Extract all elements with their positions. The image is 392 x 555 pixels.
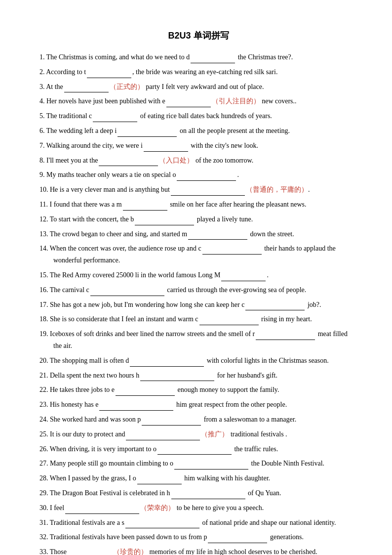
question-item: 5. The traditional c of eating rice ball…: [39, 110, 357, 122]
question-text-before: Della spent the next two hours h: [50, 372, 139, 379]
question-number: 2.: [39, 68, 45, 76]
question-item: 24. She worked hard and was soon p from …: [39, 414, 357, 426]
question-text-after: .: [267, 271, 269, 279]
answer-blank[interactable]: [137, 477, 182, 484]
hint-text: （入口处）: [159, 156, 194, 164]
hint-text: （荣幸的）: [140, 504, 175, 512]
question-text-before: Walking around the city, we were i: [46, 142, 143, 149]
question-number: 29.: [39, 489, 48, 497]
question-item: 33. Those（珍贵的） memories of my life in hi…: [39, 546, 357, 555]
question-text-after: new covers..: [260, 97, 297, 105]
question-item: 1. The Christmas is coming, and what do …: [39, 51, 357, 63]
question-text-after: from a saleswoman to a manager.: [202, 416, 296, 423]
question-text-after: him great respect from the other people.: [174, 401, 287, 408]
question-text-before: She worked hard and was soon p: [50, 416, 141, 423]
question-number: 18.: [39, 315, 48, 323]
hint-text: （引人注目的）: [212, 97, 260, 105]
question-text-before: The wedding left a deep i: [46, 127, 117, 134]
question-text-after: him walking with his daughter.: [183, 474, 270, 482]
answer-blank[interactable]: [142, 419, 201, 426]
question-item: 7. Walking around the city, we were i wi…: [39, 140, 357, 152]
answer-blank[interactable]: [125, 521, 199, 528]
question-text-after: job?.: [306, 301, 321, 308]
question-item: 9. My maths teacher only wears a tie on …: [39, 169, 357, 181]
answer-blank[interactable]: [199, 318, 259, 325]
answer-blank[interactable]: [64, 85, 109, 92]
question-list: 1. The Christmas is coming, and what do …: [39, 51, 357, 555]
answer-blank[interactable]: [245, 303, 305, 310]
answer-blank[interactable]: [68, 551, 112, 555]
answer-blank[interactable]: [118, 130, 177, 137]
question-number: 24.: [39, 416, 48, 423]
answer-blank[interactable]: [191, 56, 235, 63]
question-text-after: to be here to give you a speech.: [175, 504, 264, 512]
question-text-before: Her novels have just been published with…: [46, 97, 165, 105]
answer-blank[interactable]: [188, 233, 247, 240]
answer-blank[interactable]: [93, 115, 137, 122]
question-text-after: of Qu Yuan.: [246, 489, 281, 497]
question-text-before: Those: [50, 548, 67, 555]
question-number: 16.: [39, 286, 48, 294]
hint-text: （推广）: [201, 430, 229, 438]
question-item: 8. I'll meet you at the（入口处） of the zoo …: [39, 155, 357, 167]
question-number: 31.: [39, 519, 48, 526]
question-text-before: To start with the concert, the b: [50, 215, 134, 223]
answer-blank[interactable]: [166, 100, 211, 107]
question-item: 2. According to t, the bride was wearing…: [39, 66, 357, 78]
question-text-before: The crowd began to cheer and sing, and s…: [50, 230, 187, 238]
question-text-before: When the concert was over, the audience …: [50, 245, 201, 252]
question-text-before: Traditional festivals are a s: [50, 519, 124, 526]
answer-blank[interactable]: [126, 433, 200, 440]
question-text-after: , the bride was wearing an eye-catching …: [132, 68, 277, 76]
question-text-after: .: [237, 171, 239, 178]
question-number: 1.: [39, 53, 45, 61]
answer-blank[interactable]: [135, 218, 194, 225]
question-number: 19.: [39, 330, 48, 338]
answer-blank[interactable]: [140, 374, 214, 381]
answer-blank[interactable]: [99, 404, 173, 411]
question-text-after: .: [308, 186, 310, 193]
answer-blank[interactable]: [65, 507, 139, 514]
question-item: 12. To start with the concert, the b pla…: [39, 213, 357, 225]
question-text-after: party I felt very awkward and out of pla…: [144, 83, 264, 90]
question-text-before: My maths teacher only wears a tie on spe…: [46, 171, 176, 178]
answer-blank[interactable]: [157, 448, 232, 455]
question-text-before: Traditional festivals have been passed d…: [50, 533, 207, 541]
answer-blank[interactable]: [171, 189, 245, 196]
question-number: 17.: [39, 301, 48, 308]
question-number: 32.: [39, 533, 48, 541]
answer-blank[interactable]: [144, 145, 188, 152]
answer-blank[interactable]: [130, 360, 204, 367]
question-item: 25. It is our duty to protect and（推广） tr…: [39, 428, 357, 440]
question-item: 23. His honesty has e him great respect …: [39, 399, 357, 411]
answer-blank[interactable]: [174, 463, 248, 470]
question-text-after: generations.: [268, 533, 304, 541]
question-number: 11.: [39, 201, 48, 208]
question-text-after: the Double Ninth Festival.: [249, 460, 324, 467]
answer-blank[interactable]: [177, 174, 236, 181]
question-text-after: of the zoo tomorrow.: [194, 157, 253, 164]
question-item: 3. At the（正式的） party I felt very awkward…: [39, 81, 357, 93]
answer-blank[interactable]: [202, 248, 262, 255]
question-item: 31. Traditional festivals are a s of nat…: [39, 517, 357, 529]
answer-blank[interactable]: [87, 71, 131, 78]
question-number: 8.: [39, 157, 45, 164]
question-text-before: According to t: [46, 68, 86, 76]
answer-blank[interactable]: [221, 274, 266, 281]
question-text-before: The carnival c: [50, 286, 89, 294]
answer-blank[interactable]: [99, 159, 158, 166]
question-number: 15.: [39, 271, 48, 279]
answer-blank[interactable]: [90, 289, 164, 296]
answer-blank[interactable]: [171, 492, 245, 499]
question-item: 32. Traditional festivals have been pass…: [39, 531, 357, 543]
question-number: 4.: [39, 97, 45, 105]
answer-blank[interactable]: [123, 204, 167, 211]
answer-blank[interactable]: [116, 389, 175, 396]
question-text-after: for her husband's gift.: [215, 372, 277, 379]
question-item: 13. The crowd began to cheer and sing, a…: [39, 228, 357, 240]
question-text-after: of eating rice ball dates back hundreds …: [138, 112, 272, 120]
question-text-before: He takes three jobs to e: [50, 386, 115, 393]
question-text-before: She has got a new job, but I'm wondering…: [50, 301, 244, 308]
answer-blank[interactable]: [208, 536, 267, 543]
answer-blank[interactable]: [256, 333, 315, 340]
